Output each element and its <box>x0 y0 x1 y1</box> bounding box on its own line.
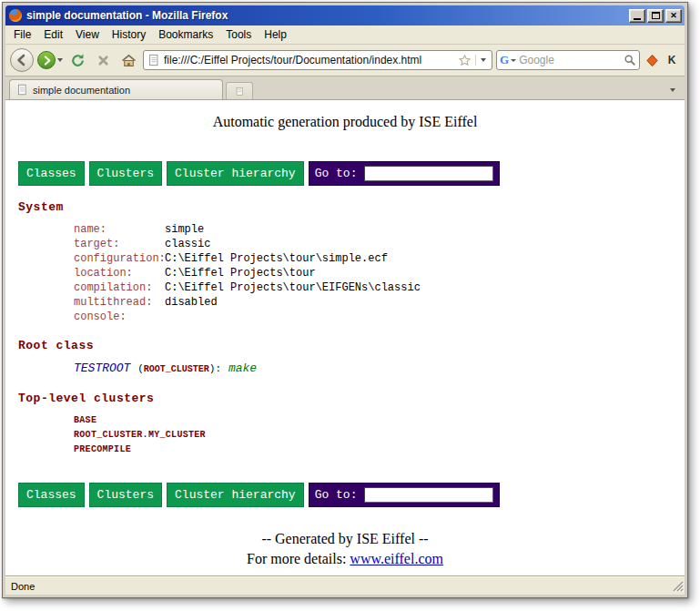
close-button[interactable]: ✕ <box>665 9 682 23</box>
goto-label: Go to: <box>315 167 358 180</box>
root-cluster-name: ROOT_CLUSTER <box>144 364 209 374</box>
cluster-link[interactable]: ROOT_CLUSTER.MY_CLUSTER <box>74 428 685 443</box>
cluster-link[interactable]: PRECOMPILE <box>74 443 685 457</box>
search-engine-dropdown-icon[interactable] <box>511 59 516 62</box>
window-title: simple documentation - Mozilla Firefox <box>26 9 625 22</box>
menu-bookmarks[interactable]: Bookmarks <box>152 26 219 43</box>
goto-input-bottom[interactable] <box>364 487 493 503</box>
page-content: Automatic generation produced by ISE Eif… <box>5 100 685 576</box>
goto-input[interactable] <box>364 166 493 181</box>
page-icon <box>147 54 160 66</box>
system-key: name: <box>74 222 165 237</box>
root-class-line: TESTROOT (ROOT_CLUSTER): make <box>74 361 685 377</box>
tab-page-icon <box>16 84 28 96</box>
new-tab-button[interactable] <box>226 82 253 99</box>
list-all-tabs-button[interactable] <box>664 81 681 99</box>
navigation-toolbar: file:///C:/Eiffel Projects/tour/Document… <box>5 45 685 76</box>
menu-history[interactable]: History <box>106 26 152 43</box>
menu-view[interactable]: View <box>69 26 106 43</box>
tab-bar: simple documentation <box>5 76 685 100</box>
home-button[interactable] <box>117 49 139 71</box>
maximize-button[interactable] <box>647 9 664 23</box>
cluster-list: BASE ROOT_CLUSTER.MY_CLUSTER PRECOMPILE <box>5 413 685 457</box>
cluster-hierarchy-button-bottom[interactable]: Cluster hierarchy <box>167 483 304 507</box>
forward-history-dropdown-icon[interactable] <box>57 58 63 62</box>
firefox-icon <box>8 8 23 23</box>
system-key: target: <box>74 237 165 251</box>
system-row: configuration:C:\Eiffel Projects\tour\si… <box>74 251 685 266</box>
cluster-hierarchy-button[interactable]: Cluster hierarchy <box>167 161 304 186</box>
menu-help[interactable]: Help <box>258 26 293 43</box>
system-value: C:\Eiffel Projects\tour\simple.ecf <box>165 252 388 265</box>
forward-button[interactable] <box>37 51 56 69</box>
system-row: target:classic <box>74 237 685 251</box>
root-class-heading: Root class <box>18 339 685 352</box>
classes-button-bottom[interactable]: Classes <box>18 483 85 507</box>
goto-box-bottom: Go to: <box>309 483 501 507</box>
tab-simple-documentation[interactable]: simple documentation <box>9 79 223 99</box>
system-row: compilation:C:\Eiffel Projects\tour\EIFG… <box>74 280 685 295</box>
system-row: location:C:\Eiffel Projects\tour <box>74 266 685 280</box>
doc-navbar-bottom: Classes Clusters Cluster hierarchy Go to… <box>18 483 685 507</box>
system-value: simple <box>165 223 204 236</box>
url-bar[interactable]: file:///C:/Eiffel Projects/tour/Document… <box>143 50 492 70</box>
system-key: console: <box>74 310 165 324</box>
details-prefix: For more details: <box>247 551 350 566</box>
google-logo-icon[interactable]: G <box>500 53 516 67</box>
menubar: File Edit View History Bookmarks Tools H… <box>5 25 685 45</box>
reload-button[interactable] <box>66 49 88 71</box>
close-icon: ✕ <box>670 11 677 20</box>
url-history-dropdown[interactable] <box>475 55 488 66</box>
system-value: disabled <box>165 296 218 309</box>
clusters-heading: Top-level clusters <box>18 392 685 405</box>
cluster-link[interactable]: BASE <box>74 413 685 428</box>
system-value: C:\Eiffel Projects\tour <box>165 267 316 280</box>
url-text[interactable]: file:///C:/Eiffel Projects/tour/Document… <box>164 54 454 66</box>
status-bar: Done <box>5 576 685 595</box>
tab-label: simple documentation <box>33 85 130 96</box>
search-input[interactable] <box>519 54 621 66</box>
system-key: configuration: <box>74 251 165 266</box>
window-controls: ✕ <box>629 9 682 23</box>
stop-button[interactable] <box>92 49 114 71</box>
system-row: multithread:disabled <box>74 295 685 310</box>
cluster-ref-open: ( <box>137 363 144 374</box>
search-icon[interactable] <box>624 54 636 66</box>
resize-grip[interactable] <box>672 580 684 594</box>
system-heading: System <box>18 200 685 214</box>
testroot-class-link[interactable]: TESTROOT <box>74 362 130 375</box>
generated-footer: -- Generated by ISE Eiffel -- <box>5 531 685 547</box>
minimize-icon <box>634 18 641 20</box>
make-feature-link[interactable]: make <box>228 362 257 375</box>
search-bar[interactable]: G <box>496 50 640 70</box>
goto-label-bottom: Go to: <box>315 488 358 502</box>
minimize-button[interactable] <box>629 9 645 23</box>
system-key: location: <box>74 266 165 280</box>
system-rows: name:simple target:classic configuration… <box>5 222 685 324</box>
menu-edit[interactable]: Edit <box>37 26 69 43</box>
classes-button[interactable]: Classes <box>18 161 85 186</box>
system-key: multithread: <box>74 295 165 310</box>
system-value: classic <box>165 238 210 250</box>
google-g-glyph: G <box>500 53 509 67</box>
menu-tools[interactable]: Tools <box>219 26 258 43</box>
menu-file[interactable]: File <box>7 26 37 43</box>
addon-icon-k[interactable]: K <box>664 52 680 68</box>
maximize-icon <box>652 12 660 19</box>
titlebar[interactable]: simple documentation - Mozilla Firefox ✕ <box>5 5 685 25</box>
status-text: Done <box>11 581 35 592</box>
system-key: compilation: <box>74 280 165 295</box>
list-all-tabs-icon <box>670 88 675 92</box>
addon-icon-orange[interactable] <box>644 52 660 68</box>
forward-button-group <box>37 51 63 69</box>
system-value: C:\Eiffel Projects\tour\EIFGENs\classic <box>165 281 421 294</box>
back-button[interactable] <box>10 48 34 72</box>
doc-navbar-top: Classes Clusters Cluster hierarchy Go to… <box>18 161 685 186</box>
bookmark-star-icon[interactable] <box>458 54 472 67</box>
system-row: name:simple <box>74 222 685 237</box>
generated-header: Automatic generation produced by ISE Eif… <box>5 114 685 130</box>
eiffel-website-link[interactable]: www.eiffel.com <box>350 551 443 566</box>
window-inner: simple documentation - Mozilla Firefox ✕… <box>5 5 685 595</box>
clusters-button-bottom[interactable]: Clusters <box>89 483 162 507</box>
clusters-button[interactable]: Clusters <box>89 161 162 186</box>
